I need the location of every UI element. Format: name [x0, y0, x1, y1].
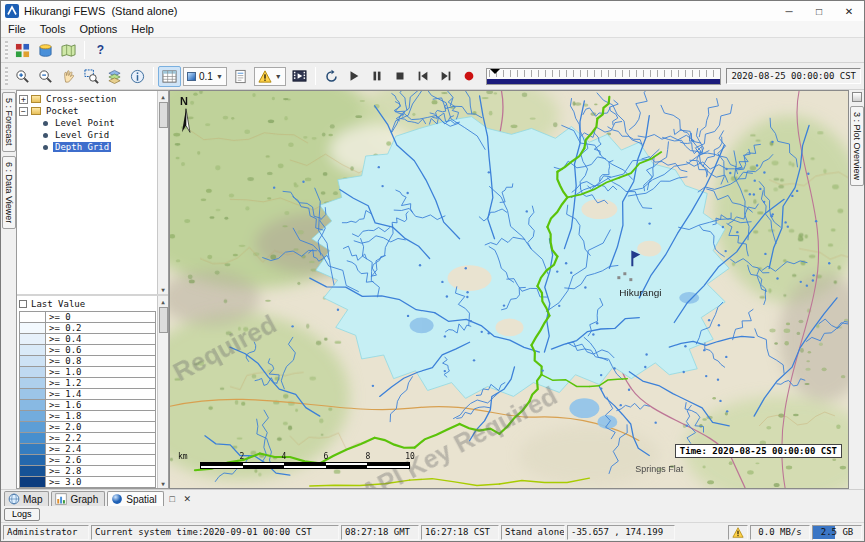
document-icon	[233, 69, 248, 84]
zoom-in-button[interactable]	[11, 66, 34, 87]
legend-color-swatch	[20, 400, 46, 411]
maximize-button[interactable]: □	[804, 1, 834, 21]
tree-node-cross-section[interactable]: + Cross-section	[19, 93, 156, 105]
layer-tree: + Cross-section − Pocket Level Point Lev…	[17, 91, 168, 296]
tree-leaf-label: Level Grid	[53, 130, 111, 140]
tree-scrollbar[interactable]: ▲ ▼	[157, 91, 168, 294]
layer-bullet-icon	[43, 145, 48, 150]
legend-header: Last Value	[19, 297, 156, 311]
export-movie-button[interactable]	[288, 66, 311, 87]
legend-row: >= 3.0	[20, 477, 156, 488]
panel-tab-data-viewer[interactable]: 6 : Data Viewer	[2, 156, 16, 229]
play-button[interactable]	[343, 66, 366, 87]
layers-button[interactable]	[103, 66, 126, 87]
legend-row: >= 1.4	[20, 389, 156, 400]
legend-color-swatch	[20, 466, 46, 477]
logs-button[interactable]: Logs	[4, 508, 40, 521]
logs-row: Logs	[1, 506, 864, 522]
scroll-up-icon[interactable]: ▲	[161, 91, 165, 101]
tree-leaf-depth-grid[interactable]: Depth Grid	[19, 141, 156, 153]
map-time-label: Time: 2020-08-25 00:00:00 CST	[675, 444, 842, 458]
tab-map[interactable]: Map	[4, 491, 49, 506]
scroll-thumb[interactable]	[159, 102, 168, 128]
last-value-checkbox[interactable]	[19, 300, 27, 308]
legend-value-label: >= 2.0	[46, 422, 156, 433]
timeline-slider[interactable]	[486, 68, 722, 85]
tree-leaf-level-grid[interactable]: Level Grid	[19, 129, 156, 141]
skip-end-icon	[439, 69, 453, 83]
scroll-down-icon[interactable]: ▼	[161, 284, 165, 294]
legend-color-swatch	[20, 389, 46, 400]
legend-row: >= 0.8	[20, 356, 156, 367]
record-button[interactable]	[458, 66, 481, 87]
scroll-up-icon[interactable]: ▲	[161, 296, 165, 306]
panel-overview-icon[interactable]	[852, 92, 862, 102]
legend-value-label: >= 2.8	[46, 466, 156, 477]
help-button[interactable]: ?	[89, 40, 112, 61]
timeline-current-marker[interactable]	[490, 69, 500, 79]
panel-tab-plot-overview[interactable]: 3 : Plot Overview	[850, 106, 864, 186]
area-label: Springs Flat	[635, 464, 683, 474]
scroll-down-icon[interactable]: ▼	[161, 478, 165, 488]
database-button[interactable]	[34, 40, 57, 61]
panel-tab-forecast[interactable]: 5 : Forecast	[2, 92, 16, 152]
explorer-button[interactable]	[11, 40, 34, 61]
grid-display-button[interactable]	[158, 66, 181, 87]
tree-leaf-level-point[interactable]: Level Point	[19, 117, 156, 129]
loop-animation-button[interactable]	[320, 66, 343, 87]
panel-close-button[interactable]: ✕	[181, 492, 194, 505]
close-button[interactable]: ✕	[834, 1, 864, 21]
contour-interval-combo[interactable]: 0.1 ▼	[183, 67, 227, 86]
menu-help[interactable]: Help	[124, 22, 161, 36]
tab-graph[interactable]: Graph	[51, 491, 105, 506]
legend-value-label: >= 1.2	[46, 378, 156, 389]
legend-row: >= 0.6	[20, 345, 156, 356]
legend-value-label: >= 0.6	[46, 345, 156, 356]
pan-button[interactable]	[57, 66, 80, 87]
stop-button[interactable]	[389, 66, 412, 87]
class-color-icon	[187, 72, 196, 81]
scale-tick-label: 4	[282, 452, 287, 461]
window-title: Hikurangi FEWS (Stand alone)	[24, 5, 774, 17]
minimize-button[interactable]: ─	[774, 1, 804, 21]
tab-spatial[interactable]: Spatial	[107, 491, 164, 506]
map-document-button[interactable]	[57, 40, 80, 61]
status-warning[interactable]	[728, 525, 748, 540]
zoom-area-button[interactable]	[80, 66, 103, 87]
collapse-icon[interactable]: −	[19, 107, 28, 116]
warnings-combo[interactable]: ▼	[254, 67, 286, 86]
legend-row: >= 2.6	[20, 455, 156, 466]
map-view[interactable]: Hikurangi Springs Flat API Key Required …	[169, 90, 849, 489]
pause-button[interactable]	[366, 66, 389, 87]
legend-scrollbar[interactable]: ▲ ▼	[157, 296, 168, 488]
info-button[interactable]	[126, 66, 149, 87]
map-canvas[interactable]: Hikurangi Springs Flat API Key Required …	[170, 91, 848, 488]
menu-options[interactable]: Options	[72, 22, 124, 36]
legend-row: >= 1.2	[20, 378, 156, 389]
panel-maximize-button[interactable]: □	[166, 492, 179, 505]
scroll-thumb[interactable]	[159, 307, 168, 333]
current-datetime: 2020-08-25 00:00:00 CST	[726, 68, 861, 84]
chevron-down-icon: ▼	[216, 73, 223, 80]
legend-row: >= 0.2	[20, 323, 156, 334]
skip-start-button[interactable]	[412, 66, 435, 87]
legend-color-swatch	[20, 345, 46, 356]
legend-panel: Last Value >= 0>= 0.2>= 0.4>= 0.6>= 0.8>…	[17, 296, 168, 488]
legend-value-label: >= 1.4	[46, 389, 156, 400]
legend-row: >= 2.4	[20, 444, 156, 455]
folded-map-icon	[61, 43, 76, 58]
legend-color-swatch	[20, 334, 46, 345]
skip-start-icon	[416, 69, 430, 83]
zoom-out-button[interactable]	[34, 66, 57, 87]
toolbar-grip	[5, 67, 8, 85]
report-button[interactable]	[229, 66, 252, 87]
menu-tools[interactable]: Tools	[33, 22, 73, 36]
skip-end-button[interactable]	[435, 66, 458, 87]
menu-file[interactable]: File	[1, 22, 33, 36]
expand-icon[interactable]: +	[19, 95, 28, 104]
legend-value-label: >= 1.8	[46, 411, 156, 422]
pause-icon	[370, 69, 384, 83]
menubar: File Tools Options Help	[1, 21, 864, 38]
timeline-ticks	[489, 70, 719, 77]
tree-node-pocket[interactable]: − Pocket	[19, 105, 156, 117]
